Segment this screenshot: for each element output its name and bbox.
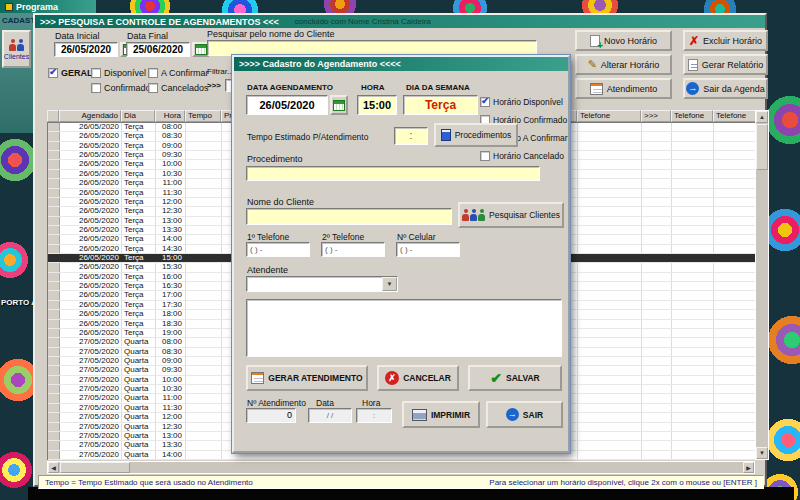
- alterar-horario-button[interactable]: Alterar Horário: [575, 54, 672, 75]
- checkbox-label: Disponível: [104, 68, 146, 78]
- column-header[interactable]: Agendado: [59, 110, 121, 122]
- tel1-input[interactable]: ( ) -: [246, 242, 310, 257]
- procedimento-label: Procedimento: [247, 154, 303, 164]
- column-header[interactable]: >>>: [641, 110, 671, 122]
- cell: [186, 217, 222, 225]
- dialog-titlebar[interactable]: >>>> Cadastro do Agendamento <<<<: [234, 57, 568, 71]
- tel2-input[interactable]: ( ) -: [321, 242, 385, 257]
- data-agendamento-field[interactable]: 26/05/2020: [246, 95, 328, 115]
- procedimento-input[interactable]: [246, 166, 540, 181]
- column-header[interactable]: Dia: [121, 110, 155, 122]
- cell: 11:00: [156, 394, 186, 402]
- scroll-up-button[interactable]: ▲: [756, 111, 768, 123]
- data-agendamento-calendar-button[interactable]: [330, 95, 348, 115]
- checkbox-box[interactable]: [480, 97, 490, 107]
- checkbox-box[interactable]: [480, 151, 490, 161]
- checkbox-box[interactable]: [91, 83, 101, 93]
- cell: [48, 282, 60, 290]
- cell: [672, 310, 714, 318]
- sair-agenda-button[interactable]: Sair da Agenda: [683, 78, 768, 99]
- scroll-down-button[interactable]: ▼: [756, 447, 768, 459]
- cell: [642, 338, 672, 346]
- agenda-window-titlebar[interactable]: >>> PESQUISA E CONTROLE DE AGENDAMENTOS …: [35, 15, 765, 28]
- checkbox-horario-disponivel[interactable]: Horário Disponível: [480, 97, 563, 107]
- button-label: Alterar Horário: [601, 60, 660, 70]
- procedimentos-button[interactable]: Procedimentos: [434, 123, 518, 147]
- cell: [672, 254, 714, 262]
- checkbox-box[interactable]: [48, 68, 58, 78]
- atendimento-button[interactable]: Atendimento: [575, 78, 672, 99]
- gerar-relatorio-button[interactable]: Gerar Relatório: [683, 54, 768, 75]
- cell: [578, 451, 642, 459]
- cell: [714, 338, 755, 346]
- chevron-down-icon[interactable]: ▼: [382, 277, 397, 291]
- checkbox-geral[interactable]: GERAL: [48, 68, 93, 78]
- cell: [642, 441, 672, 449]
- cell: [714, 366, 755, 374]
- cell: [642, 310, 672, 318]
- cell: [186, 432, 222, 440]
- cell: [48, 338, 60, 346]
- data-atendimento-field[interactable]: / /: [308, 408, 352, 423]
- cell: [714, 217, 755, 225]
- notes-area[interactable]: [246, 299, 562, 357]
- novo-horario-button[interactable]: Novo Horário: [575, 30, 672, 51]
- checkbox-disponivel[interactable]: Disponível: [91, 68, 146, 78]
- data-inicial-field[interactable]: 26/05/2020: [54, 42, 118, 57]
- tempo-estimado-field[interactable]: :: [394, 127, 428, 145]
- scroll-right-button[interactable]: ▶: [743, 462, 754, 473]
- checkbox-a-confirmar[interactable]: A Confirmar: [148, 68, 209, 78]
- cell: 17:30: [156, 301, 186, 309]
- gerar-atendimento-button[interactable]: GERAR ATENDIMENTO: [246, 365, 368, 391]
- search-client-input[interactable]: [207, 40, 537, 56]
- cell: [714, 132, 755, 140]
- cell: [578, 226, 642, 234]
- data-final-field[interactable]: 25/06/2020: [126, 42, 190, 57]
- cancelar-button[interactable]: CANCELAR: [377, 365, 459, 391]
- checkbox-horario-cancelado[interactable]: Horário Cancelado: [480, 151, 564, 161]
- nome-cliente-label: Nome do Cliente: [247, 197, 314, 207]
- column-header[interactable]: Tempo: [185, 110, 221, 122]
- hora-field[interactable]: 15:00: [357, 95, 397, 115]
- checkbox-confirmado[interactable]: Confirmado: [91, 83, 151, 93]
- sair-button[interactable]: SAIR: [486, 401, 563, 428]
- checkbox-box[interactable]: [91, 68, 101, 78]
- cell: 27/05/2020: [60, 404, 122, 412]
- clientes-button[interactable]: Clientes: [2, 30, 31, 68]
- salvar-button[interactable]: SALVAR: [468, 365, 562, 391]
- horizontal-scroll-thumb[interactable]: [60, 462, 130, 473]
- cell: [186, 423, 222, 431]
- hora-atendimento-field[interactable]: :: [356, 408, 392, 423]
- cell: [186, 273, 222, 281]
- cell: [48, 404, 60, 412]
- celular-input[interactable]: ( ) -: [396, 242, 460, 257]
- cell: [672, 432, 714, 440]
- num-atendimento-field[interactable]: 0: [246, 408, 296, 423]
- pesquisar-clientes-button[interactable]: Pesquisar Clientes: [458, 202, 564, 228]
- atendente-select[interactable]: ▼: [246, 276, 398, 292]
- cell: [714, 198, 755, 206]
- scroll-left-button[interactable]: ◀: [48, 462, 59, 473]
- checkbox-box[interactable]: [148, 68, 158, 78]
- column-header[interactable]: Telefone: [713, 110, 755, 122]
- status-right-text: Para selecionar um horário disponível, c…: [489, 478, 757, 487]
- excluir-horario-button[interactable]: Excluir Horário: [683, 30, 768, 51]
- nome-cliente-input[interactable]: [246, 208, 452, 225]
- cell: 26/05/2020: [60, 301, 122, 309]
- column-header[interactable]: Telefone: [671, 110, 713, 122]
- atendente-value: [247, 277, 382, 291]
- column-header[interactable]: Hora: [155, 110, 185, 122]
- checkbox-box[interactable]: [148, 83, 158, 93]
- cell: [672, 357, 714, 365]
- vertical-scrollbar[interactable]: ▲ ▼: [755, 110, 769, 460]
- filtrar-label: Filtrar...: [207, 67, 234, 76]
- vertical-scroll-thumb[interactable]: [756, 124, 768, 170]
- checkbox-cancelados[interactable]: Cancelados: [148, 83, 209, 93]
- cell: [642, 376, 672, 384]
- imprimir-button[interactable]: IMPRIMIR: [402, 401, 480, 428]
- cell: [642, 235, 672, 243]
- column-header[interactable]: [47, 110, 59, 122]
- column-header[interactable]: Telefone: [577, 110, 641, 122]
- cell: [186, 170, 222, 178]
- horizontal-scrollbar[interactable]: ◀ ▶: [47, 461, 755, 474]
